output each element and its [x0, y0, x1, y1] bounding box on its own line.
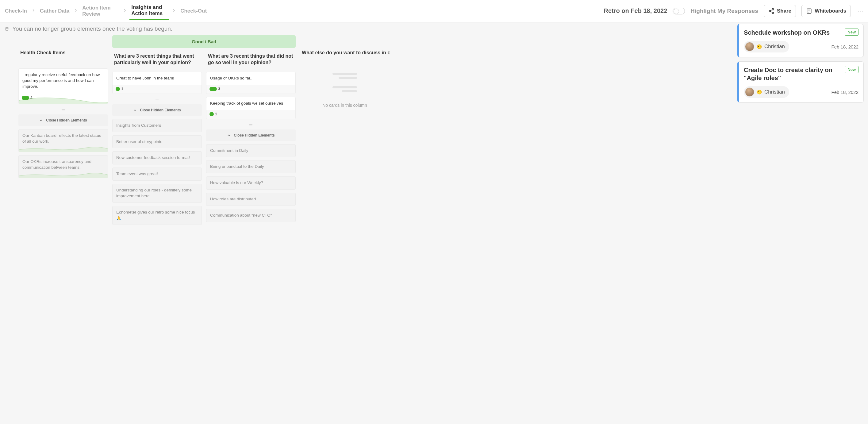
- svg-point-0: [772, 8, 774, 10]
- card[interactable]: Great to have John in the team! 1: [112, 72, 202, 94]
- hidden-card[interactable]: Our OKRs increase transparency and commu…: [19, 155, 108, 178]
- step-insights[interactable]: Insights and Action Items: [129, 2, 169, 20]
- column-title: Health Check Items: [19, 50, 108, 64]
- highlight-toggle[interactable]: [673, 8, 685, 14]
- assignee-name: Christian: [764, 89, 785, 95]
- assignee-chip[interactable]: 😶 Christian: [744, 41, 789, 53]
- hand-stop-icon: [4, 26, 9, 32]
- chevron-right-icon: [30, 8, 37, 13]
- card-text: Keeping track of goals we set ourselves: [207, 97, 296, 110]
- step-check-in[interactable]: Check-In: [3, 5, 29, 17]
- new-badge: New: [845, 66, 859, 73]
- assignee-chip[interactable]: 😶 Christian: [744, 86, 789, 98]
- vote-count: 1: [215, 112, 217, 116]
- hidden-card[interactable]: Communication about "new CTO": [206, 209, 296, 222]
- empty-placeholder-icon: [333, 86, 357, 97]
- action-date: Feb 18, 2022: [832, 90, 859, 95]
- face-icon: 😶: [757, 90, 762, 94]
- action-card[interactable]: Schedule workshop on OKRs New 😶 Christia…: [737, 24, 864, 57]
- hidden-card[interactable]: Understanding our roles - definitely som…: [112, 184, 202, 203]
- chevron-up-icon: [227, 133, 231, 137]
- column-title: What are 3 recent things that did not go…: [206, 53, 296, 67]
- card-text: I regularly receive useful feedback on h…: [19, 69, 107, 93]
- column-title: What are 3 recent things that went parti…: [112, 53, 202, 67]
- hidden-card[interactable]: Better user of storypoints: [112, 135, 202, 149]
- sparkline-icon: [19, 144, 107, 152]
- drag-handle-icon[interactable]: ═: [19, 107, 108, 112]
- sparkline-icon: [19, 170, 107, 178]
- drag-handle-icon[interactable]: ═: [206, 122, 296, 127]
- action-title: Schedule workshop on OKRs: [744, 29, 830, 36]
- hidden-card[interactable]: New customer feedback session format!: [112, 151, 202, 164]
- close-hidden-label: Close Hidden Elements: [234, 133, 275, 138]
- hidden-card[interactable]: How valuable is our Weekly?: [206, 176, 296, 190]
- new-badge: New: [845, 29, 859, 36]
- column-health: Health Check Items I regularly receive u…: [19, 35, 108, 181]
- face-icon: 😶: [757, 44, 762, 49]
- hidden-card[interactable]: Our Kanban board reflects the latest sta…: [19, 129, 108, 152]
- vote-dots-icon: [22, 96, 29, 100]
- vote-dots-icon: [210, 87, 217, 91]
- hidden-card[interactable]: How roles are distributed: [206, 193, 296, 206]
- empty-placeholder-icon: [333, 73, 357, 83]
- close-hidden-label: Close Hidden Elements: [46, 118, 87, 122]
- sparkline-icon: [19, 96, 107, 104]
- notice-text: You can no longer group elements once th…: [12, 26, 173, 32]
- action-date: Feb 18, 2022: [832, 44, 859, 50]
- highlight-toggle-label: Highlight My Responses: [690, 8, 758, 14]
- hidden-card[interactable]: Commitment in Daily: [206, 144, 296, 157]
- svg-point-1: [769, 10, 771, 12]
- avatar: [745, 42, 754, 51]
- share-icon: [768, 8, 774, 14]
- action-card[interactable]: Create Doc to create clarity on "Agile r…: [737, 61, 864, 102]
- card[interactable]: Usage of OKRs so far... 3: [206, 72, 296, 94]
- step-gather-data[interactable]: Gather Data: [38, 5, 71, 17]
- more-menu-icon[interactable]: ●●●: [856, 8, 865, 14]
- stepper: Check-In Gather Data Action Item Review …: [3, 2, 209, 20]
- column-else: What else do you want to discuss in our …: [300, 35, 390, 108]
- svg-point-2: [772, 12, 774, 13]
- card[interactable]: I regularly receive useful feedback on h…: [19, 68, 108, 104]
- vote-count: 3: [218, 87, 220, 91]
- whiteboards-button-label: Whiteboards: [815, 8, 846, 14]
- column-title: What else do you want to discuss in our …: [300, 50, 390, 64]
- step-check-out[interactable]: Check-Out: [179, 5, 209, 17]
- action-title: Create Doc to create clarity on "Agile r…: [744, 66, 841, 82]
- step-action-review[interactable]: Action Item Review: [80, 2, 120, 20]
- whiteboards-button[interactable]: Whiteboards: [801, 5, 851, 17]
- vote-dot-icon: [210, 112, 214, 116]
- retro-title: Retro on Feb 18, 2022: [604, 7, 668, 14]
- hidden-card[interactable]: Team event was great!: [112, 168, 202, 181]
- close-hidden-button[interactable]: Close Hidden Elements: [112, 104, 202, 116]
- chevron-right-icon: [72, 8, 79, 13]
- share-button-label: Share: [777, 8, 791, 14]
- avatar: [745, 87, 754, 97]
- chevron-up-icon: [39, 118, 43, 122]
- chevron-right-icon: [121, 8, 128, 13]
- close-hidden-button[interactable]: Close Hidden Elements: [19, 115, 108, 126]
- good-bad-header: Good / Bad: [112, 35, 296, 48]
- whiteboard-icon: [806, 8, 812, 14]
- vote-count: 1: [121, 87, 123, 91]
- empty-text: No cards in this column: [300, 103, 390, 108]
- assignee-name: Christian: [764, 43, 785, 50]
- card-text: Usage of OKRs so far...: [207, 72, 296, 85]
- close-hidden-button[interactable]: Close Hidden Elements: [206, 129, 296, 141]
- chevron-up-icon: [133, 108, 137, 112]
- card-text: Great to have John in the team!: [113, 72, 202, 85]
- column-good: What are 3 recent things that went parti…: [112, 53, 202, 228]
- hidden-card[interactable]: Echometer gives our retro some nice focu…: [112, 206, 202, 225]
- card[interactable]: Keeping track of goals we set ourselves …: [206, 97, 296, 119]
- hidden-card[interactable]: Insights from Customers: [112, 119, 202, 132]
- chevron-right-icon: [170, 8, 177, 13]
- drag-handle-icon[interactable]: ═: [112, 97, 202, 102]
- vote-dot-icon: [116, 87, 120, 91]
- close-hidden-label: Close Hidden Elements: [140, 108, 181, 112]
- share-button[interactable]: Share: [764, 5, 796, 17]
- svg-line-4: [771, 9, 772, 10]
- column-bad: What are 3 recent things that did not go…: [206, 53, 296, 228]
- hidden-card[interactable]: Being unpunctual to the Daily: [206, 160, 296, 173]
- svg-line-3: [771, 11, 772, 12]
- action-items-panel: Schedule workshop on OKRs New 😶 Christia…: [737, 24, 864, 102]
